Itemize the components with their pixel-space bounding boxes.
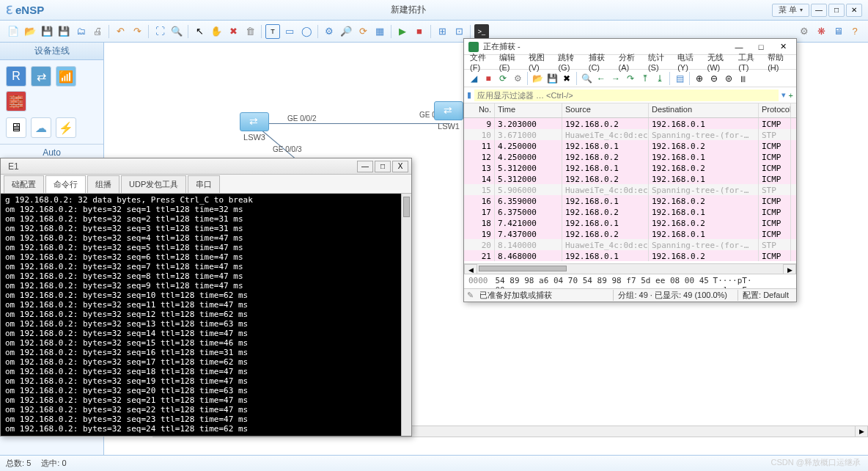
cloud-icon[interactable]: ☁ — [31, 117, 51, 138]
link-line-1[interactable] — [269, 123, 450, 124]
ws-packet-row[interactable]: 208.140000HuaweiTe_4c:0d:ecSpanning-tree… — [464, 239, 796, 250]
ws-filter-apply-icon[interactable]: ▾ — [781, 90, 786, 100]
layers-icon[interactable]: ▦ — [372, 24, 387, 39]
capture-icon[interactable]: 🔎 — [339, 24, 353, 39]
ws-zoom-reset-icon[interactable]: ⊜ — [722, 72, 735, 85]
ws-filter-add-icon[interactable]: + — [789, 91, 793, 100]
ws-col-proto[interactable]: Protocol — [759, 103, 791, 117]
console-tab-0[interactable]: 础配置 — [4, 175, 44, 193]
ws-packet-row[interactable]: 218.468000192.168.0.1192.168.0.2ICMP — [464, 250, 796, 261]
open-icon[interactable]: 📂 — [23, 24, 37, 39]
refresh-icon[interactable]: ⟳ — [356, 24, 370, 39]
router-icon[interactable]: R — [6, 66, 26, 87]
ws-filter-bookmark-icon[interactable]: ▮ — [467, 90, 471, 100]
save-icon[interactable]: 💾 — [40, 24, 54, 39]
console-scroll-thumb[interactable] — [403, 197, 410, 217]
zoom-in-icon[interactable]: 🔍 — [169, 24, 184, 39]
ws-packet-row[interactable]: 187.421000192.168.0.1192.168.0.2ICMP — [464, 217, 796, 228]
topology-node-lsw3[interactable]: LSW3 — [240, 112, 269, 142]
wlan-icon[interactable]: 📶 — [56, 66, 76, 87]
ws-restart-capture-icon[interactable]: ⟳ — [496, 72, 510, 85]
scroll-right-canvas-icon[interactable]: ▶ — [855, 426, 868, 437]
ws-autoscroll-icon[interactable]: ▤ — [673, 72, 686, 85]
huawei-logo-icon[interactable]: ❋ — [814, 24, 828, 39]
pointer-icon[interactable]: ↖ — [192, 24, 207, 39]
console-titlebar[interactable]: E1 — □ X — [1, 158, 411, 175]
console-maximize-button[interactable]: □ — [375, 161, 391, 172]
device-mgr-icon[interactable]: 🖥 — [831, 24, 845, 39]
start-icon[interactable]: ▶ — [395, 24, 410, 39]
ws-zoom-out-icon[interactable]: ⊖ — [707, 72, 721, 85]
ws-scroll-thumb[interactable] — [479, 266, 567, 271]
config-icon[interactable]: ⚙ — [322, 24, 336, 39]
wireshark-window[interactable]: 正在捕获 - — □ ✕ 文件(F)编辑(E)视图(V)跳转(G)捕获(C)分析… — [463, 38, 797, 302]
stop-icon[interactable]: ■ — [412, 24, 427, 39]
switch-icon[interactable]: ⇄ — [31, 66, 51, 87]
ws-col-no[interactable]: No. — [464, 103, 495, 117]
rect-icon[interactable]: ▭ — [282, 24, 297, 39]
console-close-button[interactable]: X — [392, 161, 408, 172]
ws-packet-row[interactable]: 114.250000192.168.0.1192.168.0.2ICMP — [464, 140, 796, 151]
ws-jump-icon[interactable]: ↷ — [624, 72, 637, 85]
grid-icon[interactable]: ⊞ — [435, 24, 449, 39]
ws-hex-view[interactable]: 0000 54 89 98 a6 04 70 54 89 98 f7 5d ee… — [464, 274, 796, 288]
console-tab-3[interactable]: UDP发包工具 — [121, 175, 186, 193]
pc-icon[interactable]: 🖥 — [6, 117, 26, 138]
ws-col-source[interactable]: Source — [562, 103, 649, 117]
ws-zoom-in-icon[interactable]: ⊕ — [693, 72, 706, 85]
saveall-icon[interactable]: 🗂 — [73, 24, 88, 39]
ws-first-icon[interactable]: ⤒ — [639, 72, 652, 85]
zoom-fit-icon[interactable]: ⛶ — [152, 24, 167, 39]
topology-node-lsw1[interactable]: LSW1 — [434, 101, 463, 131]
ws-close-file-icon[interactable]: ✖ — [560, 72, 573, 85]
ws-packet-row[interactable]: 103.671000HuaweiTe_4c:0d:ecSpanning-tree… — [464, 129, 796, 140]
ws-start-capture-icon[interactable]: ◢ — [467, 72, 480, 85]
link-icon[interactable]: ⚡ — [56, 117, 76, 138]
firewall-icon[interactable]: 🧱 — [6, 91, 26, 112]
ws-packet-row[interactable]: 197.437000192.168.0.2192.168.0.1ICMP — [464, 228, 796, 239]
ws-resize-cols-icon[interactable]: ⫼ — [737, 72, 750, 85]
menu-dropdown-button[interactable]: 菜 单▾ — [772, 4, 809, 17]
console-minimize-button[interactable]: — — [357, 161, 373, 172]
redo-icon[interactable]: ↷ — [130, 24, 144, 39]
clear-icon[interactable]: 🗑 — [243, 24, 257, 39]
ws-find-icon[interactable]: 🔍 — [580, 72, 593, 85]
help-icon[interactable]: ? — [847, 24, 862, 39]
minimize-button[interactable]: — — [811, 4, 827, 17]
ws-col-time[interactable]: Time — [495, 103, 562, 117]
ws-save-icon[interactable]: 💾 — [545, 72, 559, 85]
delete-icon[interactable]: ✖ — [226, 24, 240, 39]
ws-stop-capture-icon[interactable]: ■ — [482, 72, 495, 85]
ws-options-icon[interactable]: ⚙ — [511, 72, 524, 85]
text-icon[interactable]: T — [265, 24, 280, 39]
console-tab-1[interactable]: 命令行 — [45, 175, 86, 193]
new-icon[interactable]: 📄 — [6, 24, 21, 39]
ws-prev-icon[interactable]: ← — [595, 72, 608, 85]
ws-packet-row[interactable]: 93.203000192.168.0.2192.168.0.1ICMP — [464, 118, 796, 129]
ws-packet-row[interactable]: 135.312000192.168.0.1192.168.0.2ICMP — [464, 162, 796, 173]
undo-icon[interactable]: ↶ — [113, 24, 128, 39]
print-icon[interactable]: 🖨 — [90, 24, 105, 39]
ws-scroll-horizontal[interactable]: ◀ ▶ — [464, 263, 796, 274]
console-output[interactable]: g 192.168.0.2: 32 data bytes, Press Ctrl… — [1, 194, 411, 436]
console-scrollbar[interactable] — [401, 194, 411, 436]
ws-packet-row[interactable]: 124.250000192.168.0.2192.168.0.1ICMP — [464, 151, 796, 162]
layout-icon[interactable]: ⊡ — [452, 24, 466, 39]
ws-open-icon[interactable]: 📂 — [531, 72, 544, 85]
ws-filter-input[interactable] — [474, 90, 779, 101]
save-icon-2[interactable]: 💾 — [56, 24, 71, 39]
pan-icon[interactable]: ✋ — [209, 24, 224, 39]
console-window[interactable]: E1 — □ X 础配置命令行组播UDP发包工具串口 g 192.168.0.2… — [0, 158, 412, 437]
ws-col-dest[interactable]: Destination — [649, 103, 759, 117]
ws-packet-row[interactable]: 176.375000192.168.0.2192.168.0.1ICMP — [464, 206, 796, 217]
ws-packet-row[interactable]: 166.359000192.168.0.1192.168.0.2ICMP — [464, 195, 796, 206]
maximize-button[interactable]: □ — [828, 4, 845, 17]
settings-icon[interactable]: ⚙ — [797, 24, 812, 39]
ws-next-icon[interactable]: → — [609, 72, 622, 85]
console-tab-2[interactable]: 组播 — [87, 175, 119, 193]
ws-packet-row[interactable]: 155.906000HuaweiTe_4c:0d:ecSpanning-tree… — [464, 184, 796, 195]
ellipse-icon[interactable]: ◯ — [299, 24, 314, 39]
console-tab-4[interactable]: 串口 — [188, 175, 220, 193]
ws-packet-row[interactable]: 145.312000192.168.0.2192.168.0.1ICMP — [464, 173, 796, 184]
close-button[interactable]: ✕ — [846, 4, 862, 17]
